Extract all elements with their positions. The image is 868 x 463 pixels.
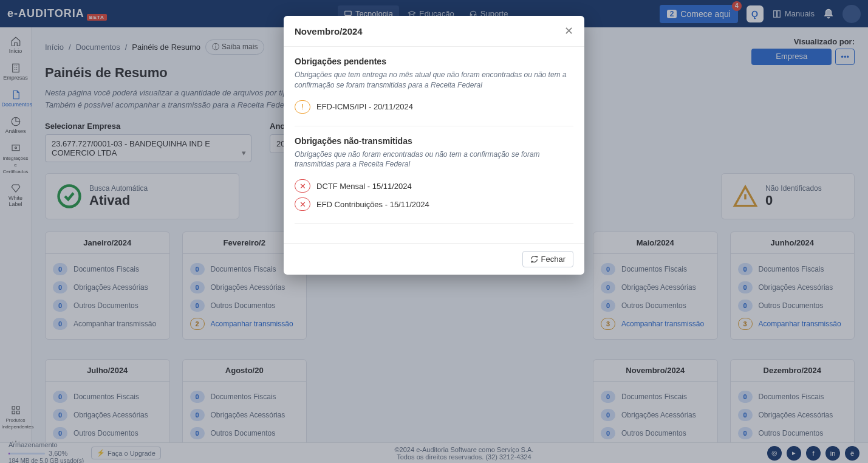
sec-nottrans-title: Obrigações não-transmitidas	[295, 136, 573, 146]
error-icon: ✕	[295, 197, 310, 211]
refresh-icon	[530, 255, 538, 263]
obligation-label: EFD Contribuições - 15/11/2024	[316, 200, 429, 209]
sec-nottrans-desc: Obrigações que não foram encontradas ou …	[295, 149, 573, 170]
close-icon[interactable]: ✕	[564, 24, 573, 38]
close-button[interactable]: Fechar	[522, 251, 573, 267]
sec-pending-title: Obrigações pendentes	[295, 57, 573, 66]
modal-title: Novembro/2024	[295, 26, 363, 36]
obligation-row: ! EFD-ICMS/IPI - 20/11/2024	[295, 98, 573, 116]
obligation-row: ✕ DCTF Mensal - 15/11/2024	[295, 177, 573, 195]
modal-body: Obrigações pendentes Obrigações que tem …	[284, 47, 584, 243]
error-icon: ✕	[295, 179, 310, 193]
close-label: Fechar	[541, 255, 566, 264]
sec-pending-desc: Obrigações que tem entrega no mês atual …	[295, 70, 573, 91]
obligation-label: EFD-ICMS/IPI - 20/11/2024	[316, 102, 413, 111]
obligation-row: ✕ EFD Contribuições - 15/11/2024	[295, 195, 573, 213]
warning-icon: !	[295, 100, 310, 114]
modal-footer: Fechar	[284, 243, 584, 275]
modal-overlay[interactable]: Novembro/2024 ✕ Obrigações pendentes Obr…	[0, 0, 868, 463]
modal-header: Novembro/2024 ✕	[284, 16, 584, 47]
obligation-label: DCTF Mensal - 15/11/2024	[316, 182, 412, 191]
modal: Novembro/2024 ✕ Obrigações pendentes Obr…	[284, 16, 584, 275]
